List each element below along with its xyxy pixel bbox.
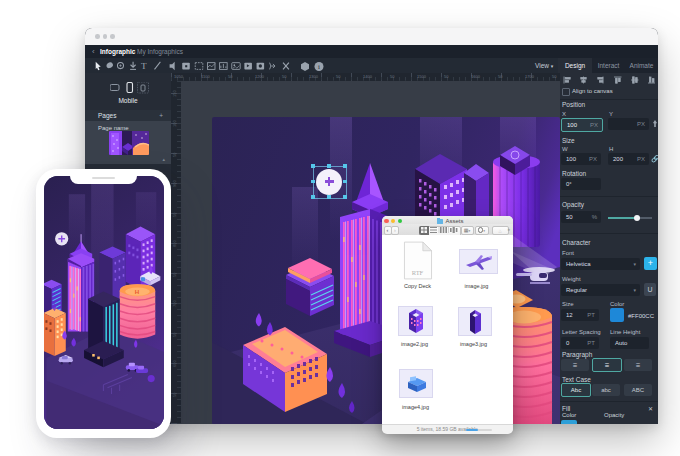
- svg-text:50: 50: [444, 74, 449, 79]
- svg-text:600: 600: [172, 360, 177, 367]
- svg-text:900: 900: [172, 180, 177, 187]
- svg-text:100: 100: [172, 120, 177, 127]
- svg-text:1600: 1600: [471, 74, 481, 79]
- svg-text:1050: 1050: [174, 74, 184, 79]
- svg-text:1100: 1100: [201, 74, 210, 79]
- svg-text:RTF: RTF: [412, 268, 424, 275]
- svg-text:50: 50: [390, 74, 395, 79]
- svg-text:800: 800: [172, 240, 177, 247]
- svg-text:50: 50: [552, 74, 557, 79]
- svg-text:1300: 1300: [309, 74, 319, 79]
- svg-text:50: 50: [282, 74, 287, 79]
- svg-text:1700: 1700: [525, 74, 535, 79]
- svg-text:50: 50: [336, 74, 341, 79]
- svg-text:50: 50: [172, 332, 177, 337]
- svg-text:50: 50: [172, 272, 177, 277]
- svg-text:1500: 1500: [417, 74, 427, 79]
- svg-text:150: 150: [172, 90, 177, 97]
- svg-text:1200: 1200: [255, 74, 265, 79]
- svg-text:50: 50: [172, 212, 177, 217]
- svg-text:50: 50: [498, 74, 503, 79]
- svg-text:H: H: [134, 288, 138, 295]
- svg-text:700: 700: [172, 300, 177, 307]
- svg-text:50: 50: [172, 392, 177, 397]
- svg-text:50: 50: [172, 152, 177, 157]
- svg-text:1400: 1400: [363, 74, 373, 79]
- svg-text:50: 50: [228, 74, 233, 79]
- svg-text:T: T: [141, 61, 147, 71]
- svg-text:i: i: [318, 63, 320, 71]
